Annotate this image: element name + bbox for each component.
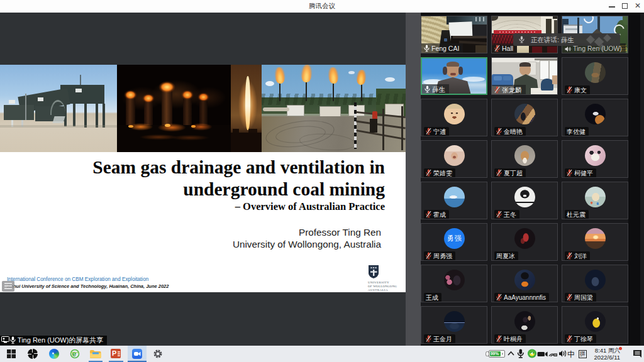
svg-text:e: e: [72, 349, 77, 358]
svg-text:OF WOLLONGONG: OF WOLLONGONG: [368, 285, 397, 288]
svg-text:中: 中: [567, 350, 575, 359]
svg-text:UNIVERSITY: UNIVERSITY: [368, 281, 389, 284]
svg-text:AUSTRALIA: AUSTRALIA: [368, 288, 388, 291]
